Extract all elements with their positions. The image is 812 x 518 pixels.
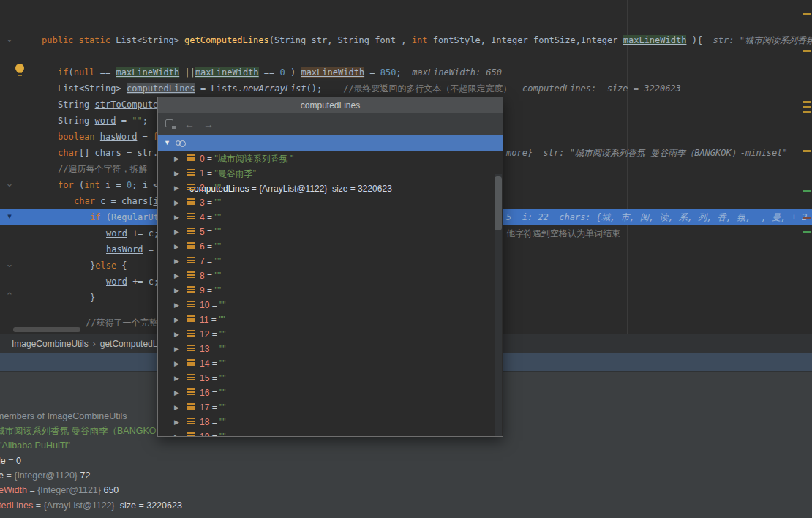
tree-item-row[interactable]: ▶19 = "" <box>158 429 503 436</box>
tree-item-row[interactable]: ▶4 = "" <box>158 210 503 225</box>
tree-item-row[interactable]: ▶1 = "曼谷雨季" <box>158 166 503 181</box>
stripe-mark[interactable] <box>803 50 811 52</box>
item-text: 18 = "" <box>200 415 226 429</box>
list-element-icon <box>187 257 195 266</box>
item-text: 6 = "" <box>200 239 221 254</box>
code-line: char c = chars[i] <box>74 193 164 209</box>
breadcrumb-item-class[interactable]: ImageCombineUtils <box>12 339 89 349</box>
list-element-icon <box>187 169 195 178</box>
list-element-icon <box>187 359 195 368</box>
list-element-icon <box>187 184 195 192</box>
variable-row[interactable]: e = {Integer@1120} 72 <box>0 469 90 482</box>
stripe-mark[interactable] <box>803 111 811 113</box>
fold-marker-icon[interactable]: ⌄ <box>4 34 15 45</box>
expand-arrow-icon[interactable]: ▶ <box>174 181 179 195</box>
list-element-icon <box>187 228 195 236</box>
tree-item-row[interactable]: ▶17 = "" <box>158 400 503 415</box>
tree-item-row[interactable]: ▶16 = "" <box>158 386 503 400</box>
list-element-icon <box>187 330 195 339</box>
stripe-mark[interactable] <box>803 217 811 219</box>
stripe-mark[interactable] <box>803 190 811 192</box>
code-line: word += c; <box>106 225 159 241</box>
intention-bulb-icon[interactable] <box>15 64 24 72</box>
expand-arrow-icon[interactable]: ▶ <box>174 254 179 269</box>
expand-arrow-icon[interactable]: ▶ <box>174 342 179 356</box>
tree-item-row[interactable]: ▶5 = "" <box>158 225 503 239</box>
code-line: public static List<String> getComputedLi… <box>42 32 812 48</box>
item-text: 9 = "" <box>200 283 221 298</box>
expand-arrow-icon[interactable]: ▶ <box>174 386 179 400</box>
code-line: }else { <box>90 258 127 274</box>
tree-item-row[interactable]: ▶15 = "" <box>158 371 503 386</box>
stripe-mark[interactable] <box>803 150 811 152</box>
expand-arrow-icon[interactable]: ▶ <box>174 298 179 312</box>
expand-arrow-icon[interactable]: ▶ <box>174 151 179 166</box>
variable-row[interactable]: 城市阅读系列香氛 曼谷雨季（BANGKOK <box>0 424 162 438</box>
collapse-arrow-icon[interactable]: ▼ <box>164 135 170 151</box>
tree-item-row[interactable]: ▶13 = "" <box>158 342 503 356</box>
forward-arrow-icon[interactable]: → <box>203 119 214 130</box>
item-text: 7 = "" <box>200 254 221 269</box>
tree-item-row[interactable]: ▶0 = "城市阅读系列香氛 " <box>158 151 503 166</box>
item-text: 12 = "" <box>200 327 226 342</box>
variable-row[interactable]: tedLines = {ArrayList@1122} size = 32206… <box>0 499 182 512</box>
expand-arrow-icon[interactable]: ▶ <box>174 239 179 254</box>
fold-marker-icon[interactable]: ⌄ <box>4 179 15 190</box>
tree-item-row[interactable]: ▶11 = "" <box>158 312 503 327</box>
right-margin-guide <box>627 0 628 334</box>
tree-item-row[interactable]: ▶14 = "" <box>158 356 503 371</box>
expand-arrow-icon[interactable]: ▶ <box>174 429 179 436</box>
list-element-icon <box>187 198 195 207</box>
watch-icon <box>176 140 181 146</box>
expand-arrow-icon[interactable]: ▶ <box>174 225 179 239</box>
variable-row[interactable]: "Alibaba PuHuiTi" <box>0 439 70 452</box>
expand-arrow-icon[interactable]: ▶ <box>174 327 179 342</box>
item-text: 11 = "" <box>200 312 225 327</box>
back-arrow-icon[interactable]: ← <box>184 119 195 130</box>
stripe-mark[interactable] <box>803 101 811 103</box>
item-text: 3 = "" <box>200 195 221 210</box>
ide-window: public static List<String> getComputedLi… <box>0 0 812 518</box>
expand-arrow-icon[interactable]: ▶ <box>174 269 179 283</box>
expand-arrow-icon[interactable]: ▶ <box>174 371 179 386</box>
stripe-mark[interactable] <box>803 231 811 233</box>
popup-title[interactable]: computedLines <box>158 97 503 113</box>
popup-scrollbar-thumb[interactable] <box>495 176 502 230</box>
fold-marker-icon[interactable]: ⌄ <box>4 259 15 271</box>
tree-item-row[interactable]: ▶18 = "" <box>158 415 503 429</box>
tree-item-row[interactable]: ▶12 = "" <box>158 327 503 342</box>
variable-row[interactable]: members of ImageCombineUtils <box>0 410 127 423</box>
variable-row[interactable]: le = 0 <box>0 454 21 468</box>
list-element-icon <box>187 213 195 222</box>
list-element-icon <box>187 154 195 163</box>
expand-arrow-icon[interactable]: ▶ <box>174 356 179 371</box>
tree-item-row[interactable]: ▶3 = "" <box>158 195 503 210</box>
expand-arrow-icon[interactable]: ▶ <box>174 195 179 210</box>
tree-item-row[interactable]: ▶8 = "" <box>158 269 503 283</box>
expand-arrow-icon[interactable]: ▶ <box>174 283 179 298</box>
tree-root-row[interactable]: ▼ computedLines = {ArrayList@1122} size … <box>158 135 503 151</box>
tree-item-row[interactable]: ▶2 = "" <box>158 181 503 195</box>
horizontal-scrollbar[interactable] <box>13 327 80 332</box>
fold-marker-icon[interactable]: ⌃ <box>4 291 15 303</box>
tree-item-row[interactable]: ▶6 = "" <box>158 239 503 254</box>
stripe-mark[interactable] <box>803 13 811 15</box>
fold-marker-icon[interactable]: ▾ <box>4 211 15 222</box>
referring-objects-icon[interactable] <box>165 119 173 127</box>
tree-item-row[interactable]: ▶9 = "" <box>158 283 503 298</box>
code-line: } <box>90 290 95 306</box>
inline-hint: 5 i: 22 chars: {城, 市, 阅, 读, 系, 列, 香, 氛, … <box>506 209 807 225</box>
list-element-icon <box>187 388 195 397</box>
expand-arrow-icon[interactable]: ▶ <box>174 415 179 429</box>
variable-row[interactable]: eWidth = {Integer@1121} 650 <box>0 484 119 497</box>
tree-item-row[interactable]: ▶10 = "" <box>158 298 503 312</box>
item-text: 15 = "" <box>200 371 226 386</box>
variable-inspect-popup: computedLines ← → ▼ computedLines = {Arr… <box>157 97 503 437</box>
expand-arrow-icon[interactable]: ▶ <box>174 166 179 181</box>
tree-item-row[interactable]: ▶7 = "" <box>158 254 503 269</box>
expand-arrow-icon[interactable]: ▶ <box>174 210 179 225</box>
expand-arrow-icon[interactable]: ▶ <box>174 312 179 327</box>
list-element-icon <box>187 345 195 353</box>
stripe-mark[interactable] <box>803 106 811 108</box>
expand-arrow-icon[interactable]: ▶ <box>174 400 179 415</box>
